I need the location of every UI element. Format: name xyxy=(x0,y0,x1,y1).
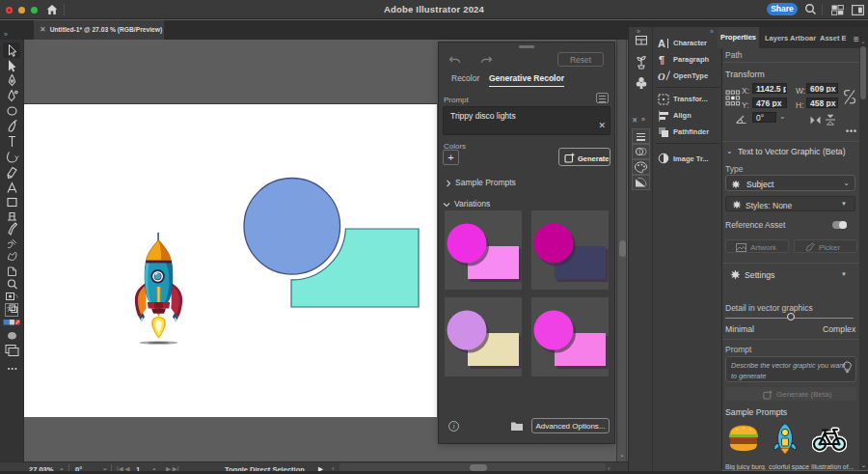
svg-text:A: A xyxy=(658,38,665,49)
svg-text:O: O xyxy=(658,71,665,82)
svg-text:¶: ¶ xyxy=(659,54,665,65)
